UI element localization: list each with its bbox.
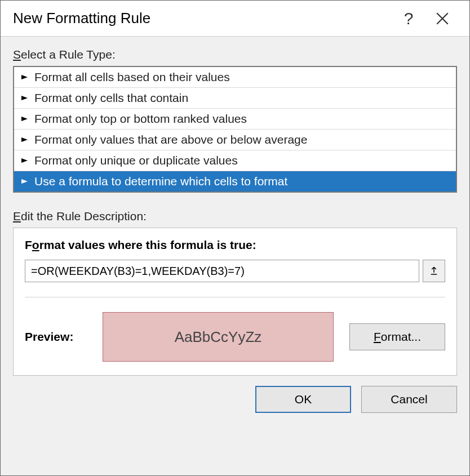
dialog-body: Select a Rule Type: Format all cells bas…	[1, 37, 469, 475]
rule-type-item[interactable]: Use a formula to determine which cells t…	[14, 171, 456, 192]
rule-description-panel: Format values where this formula is true…	[13, 228, 457, 376]
close-button[interactable]	[425, 11, 459, 26]
rule-type-label: Format only top or bottom ranked values	[34, 112, 247, 126]
preview-sample: AaBbCcYyZz	[103, 312, 334, 362]
rule-type-label: Format only values that are above or bel…	[34, 133, 307, 146]
rule-type-label: Format only cells that contain	[34, 91, 188, 105]
bullet-icon	[21, 179, 29, 184]
help-button[interactable]: ?	[392, 9, 425, 28]
formula-heading: Format values where this formula is true…	[25, 238, 445, 252]
rule-type-label: Use a formula to determine which cells t…	[34, 175, 287, 188]
titlebar: New Formatting Rule ?	[1, 1, 469, 37]
bullet-icon	[21, 158, 29, 163]
ok-button[interactable]: OK	[255, 386, 351, 413]
collapse-dialog-button[interactable]	[423, 260, 445, 282]
range-selector-icon	[429, 266, 439, 276]
close-icon	[435, 11, 450, 26]
bullet-icon	[21, 137, 29, 143]
dialog-buttons: OK Cancel	[13, 386, 457, 413]
rule-type-item[interactable]: Format only top or bottom ranked values	[14, 109, 456, 130]
bullet-icon	[21, 95, 29, 101]
preview-row: Preview: AaBbCcYyZz Format...	[25, 312, 445, 362]
formula-input[interactable]	[25, 260, 419, 282]
format-button[interactable]: Format...	[349, 323, 445, 350]
window-title: New Formatting Rule	[13, 10, 392, 27]
rule-type-item[interactable]: Format only values that are above or bel…	[14, 130, 456, 150]
rule-type-label: Format only unique or duplicate values	[34, 154, 238, 167]
edit-rule-description-label: Edit the Rule Description:	[13, 210, 457, 223]
rule-type-item[interactable]: Format only cells that contain	[14, 88, 456, 109]
dialog-new-formatting-rule: New Formatting Rule ? Select a Rule Type…	[0, 0, 470, 476]
rule-type-item[interactable]: Format only unique or duplicate values	[14, 150, 456, 171]
divider	[25, 297, 445, 297]
bullet-icon	[21, 116, 29, 122]
select-rule-type-label: Select a Rule Type:	[13, 48, 457, 61]
rule-type-label: Format all cells based on their values	[34, 70, 230, 84]
formula-row	[25, 260, 445, 282]
bullet-icon	[21, 74, 29, 80]
preview-label: Preview:	[25, 330, 87, 344]
cancel-button[interactable]: Cancel	[361, 386, 457, 413]
rule-type-list[interactable]: Format all cells based on their valuesFo…	[13, 66, 457, 193]
rule-type-item[interactable]: Format all cells based on their values	[14, 67, 456, 88]
